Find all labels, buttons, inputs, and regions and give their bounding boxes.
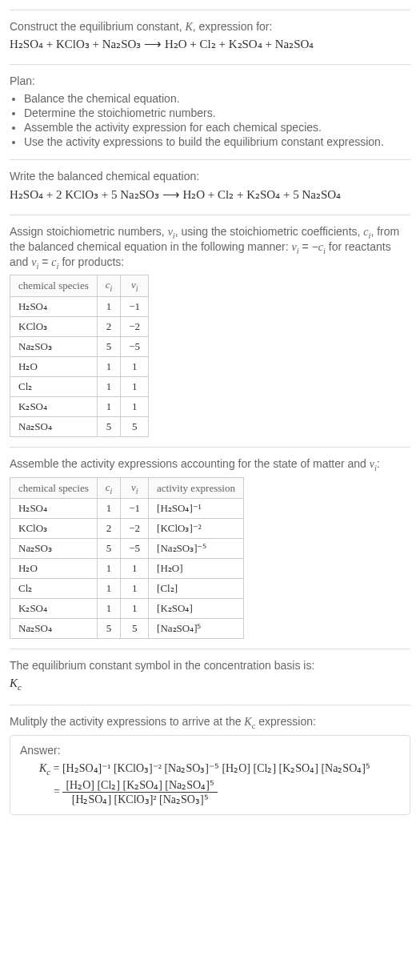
fraction-numerator: [H₂O] [Cl₂] [K₂SO₄] [Na₂SO₄]⁵ [62,778,217,793]
symbol-value: Kc [10,677,410,692]
table-header-row: chemical species ci νi activity expressi… [10,477,244,499]
col-ci: ci [97,477,121,499]
stoich-blurb: Assign stoichiometric numbers, νi, using… [10,225,410,270]
activity-section: Assemble the activity expressions accoun… [10,447,410,649]
col-vi: νi [121,477,149,499]
table-row: Na₂SO₄55[Na₂SO₄]⁵ [10,619,244,639]
plan-item: Assemble the activity expression for eac… [24,121,410,134]
stoich-section: Assign stoichiometric numbers, νi, using… [10,215,410,447]
question-title: Construct the equilibrium constant, K, e… [10,20,410,34]
table-row: Cl₂11[Cl₂] [10,579,244,599]
table-row: H₂SO₄1−1[H₂SO₄]⁻¹ [10,499,244,519]
multiply-blurb: Mulitply the activity expressions to arr… [10,715,410,730]
multiply-section: Mulitply the activity expressions to arr… [10,705,410,825]
activity-blurb: Assemble the activity expressions accoun… [10,457,410,472]
balanced-equation: H₂SO₄ + 2 KClO₃ + 5 Na₂SO₃ ⟶ H₂O + Cl₂ +… [10,187,410,202]
plan-list: Balance the chemical equation. Determine… [10,92,410,148]
answer-fraction: [H₂O] [Cl₂] [K₂SO₄] [Na₂SO₄]⁵ [H₂SO₄] [K… [62,778,217,806]
fraction-denominator: [H₂SO₄] [KClO₃]² [Na₂SO₃]⁵ [62,793,217,806]
balanced-section: Write the balanced chemical equation: H₂… [10,159,410,215]
answer-label: Answer: [20,744,400,757]
unbalanced-equation: H₂SO₄ + KClO₃ + Na₂SO₃ ⟶ H₂O + Cl₂ + K₂S… [10,37,410,51]
answer-line2: = [H₂O] [Cl₂] [K₂SO₄] [Na₂SO₄]⁵ [H₂SO₄] … [54,778,400,806]
plan-item: Determine the stoichiometric numbers. [24,106,410,119]
table-row: KClO₃2−2[KClO₃]⁻² [10,519,244,539]
table-row: K₂SO₄11 [10,396,149,416]
table-row: K₂SO₄11[K₂SO₄] [10,599,244,619]
answer-line1: Kc = [H₂SO₄]⁻¹ [KClO₃]⁻² [Na₂SO₃]⁻⁵ [H₂O… [39,761,400,777]
balanced-title: Write the balanced chemical equation: [10,170,410,183]
col-ci: ci [97,275,121,297]
col-vi: νi [121,275,149,297]
col-expr: activity expression [149,477,244,499]
table-row: H₂O11[H₂O] [10,559,244,579]
question-section: Construct the equilibrium constant, K, e… [10,10,410,64]
activity-table: chemical species ci νi activity expressi… [10,477,244,640]
stoich-table: chemical species ci νi H₂SO₄1−1 KClO₃2−2… [10,275,149,437]
table-row: Na₂SO₄55 [10,416,149,436]
table-row: Na₂SO₃5−5 [10,336,149,356]
table-row: Na₂SO₃5−5[Na₂SO₃]⁻⁵ [10,539,244,559]
col-species: chemical species [10,275,98,297]
plan-item: Balance the chemical equation. [24,92,410,105]
plan-item: Use the activity expressions to build th… [24,135,410,148]
plan-section: Plan: Balance the chemical equation. Det… [10,64,410,159]
col-species: chemical species [10,477,98,499]
plan-title: Plan: [10,74,410,87]
table-row: KClO₃2−2 [10,316,149,336]
symbol-section: The equilibrium constant symbol in the c… [10,649,410,705]
table-row: Cl₂11 [10,376,149,396]
table-row: H₂SO₄1−1 [10,296,149,316]
symbol-blurb: The equilibrium constant symbol in the c… [10,659,410,672]
answer-box: Answer: Kc = [H₂SO₄]⁻¹ [KClO₃]⁻² [Na₂SO₃… [10,735,410,815]
table-row: H₂O11 [10,356,149,376]
table-header-row: chemical species ci νi [10,275,149,297]
